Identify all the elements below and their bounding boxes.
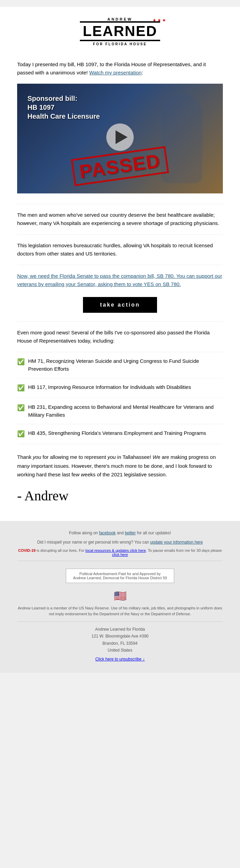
logo-subtitle: FOR FLORIDA HOUSE xyxy=(80,42,160,46)
divider-2 xyxy=(17,234,223,235)
body-paragraph-1: The men and women who've served our coun… xyxy=(17,211,223,227)
twitter-link[interactable]: twitter xyxy=(125,531,136,535)
pause-link[interactable]: click here xyxy=(112,552,128,557)
covid-label: COVID-19 xyxy=(18,548,36,552)
video-title: Sponsored bill: HB 1097 Health Care Lice… xyxy=(27,94,100,121)
check-icon-1: ✅ xyxy=(17,357,25,367)
reserve-note: Andrew Learned is a member of the US Nav… xyxy=(17,605,223,617)
bill-item-3: ✅ HB 231, Expanding access to Behavioral… xyxy=(17,403,223,419)
video-thumbnail[interactable]: Sponsored bill: HB 1097 Health Care Lice… xyxy=(17,84,223,193)
divider-bill-1 xyxy=(17,378,223,378)
header: ANDREW LEARNED ★ ★ ★ FOR FLORIDA HOUSE xyxy=(0,7,240,53)
disclaimer-line-1: Political Advertisement Paid for and App… xyxy=(73,572,167,576)
covid-resources-link[interactable]: local resources & updates click here xyxy=(85,548,146,552)
content-area: Today I presented my bill, HB 1097, to t… xyxy=(0,53,240,521)
senate-bill-link[interactable]: Now, we need the Florida Senate to pass … xyxy=(17,273,222,287)
disclaimer-box: Political Advertisement Paid for and App… xyxy=(66,569,174,583)
bill-item-4: ✅ HB 435, Strengthening Florida's Vetera… xyxy=(17,429,223,439)
footer-covid: COVID-19 is disrupting all our lives. Fo… xyxy=(17,548,223,557)
email-container: ANDREW LEARNED ★ ★ ★ FOR FLORIDA HOUSE T… xyxy=(0,7,240,673)
footer: Follow along on facebook and twitter for… xyxy=(0,521,240,673)
bill-item-1: ✅ HM 71, Recognizing Veteran Suicide and… xyxy=(17,357,223,373)
footer-divider-1 xyxy=(17,561,223,561)
intro-text-after: : xyxy=(142,70,143,75)
footer-info: Did I misspell your name or get personal… xyxy=(17,539,223,546)
address-name: Andrew Learned for Florida xyxy=(95,627,145,632)
unsubscribe-link[interactable]: Click here to unsubscribe ↓ xyxy=(17,657,223,662)
bill-text-2: HB 117, Improving Resource Information f… xyxy=(28,383,191,391)
divider-bill-2 xyxy=(17,398,223,398)
action-button-container: take action xyxy=(17,297,223,313)
logo: ANDREW LEARNED ★ ★ ★ FOR FLORIDA HOUSE xyxy=(80,17,160,46)
divider-5 xyxy=(17,352,223,352)
divider-3 xyxy=(17,265,223,265)
signature: - Andrew xyxy=(17,488,223,504)
cta-text: Now, we need the Florida Senate to pass … xyxy=(17,272,223,288)
bill-item-2: ✅ HB 117, Improving Resource Information… xyxy=(17,383,223,393)
flag-emoji: 🇺🇸 xyxy=(17,590,223,602)
address-country: United States xyxy=(108,648,132,653)
logo-andrew: ANDREW xyxy=(80,17,160,21)
divider-1 xyxy=(17,204,223,204)
address-line2: Brandon, FL 33594 xyxy=(103,641,137,646)
footer-address: Andrew Learned for Florida 121 W. Bloomi… xyxy=(17,626,223,654)
facebook-link[interactable]: facebook xyxy=(99,531,116,535)
bill-text-3: HB 231, Expanding access to Behavioral a… xyxy=(28,403,223,419)
footer-follow: Follow along on facebook and twitter for… xyxy=(17,530,223,537)
body-paragraph-2: This legislation removes bureaucratic hu… xyxy=(17,241,223,258)
divider-4 xyxy=(17,321,223,322)
body-paragraph-3: Even more good news! Several of the bill… xyxy=(17,329,223,345)
check-icon-2: ✅ xyxy=(17,383,25,393)
address-line1: 121 W. Bloomingdale Ave #390 xyxy=(92,634,149,639)
bills-list: ✅ HM 71, Recognizing Veteran Suicide and… xyxy=(17,357,223,439)
closing-paragraph: Thank you for allowing me to represent y… xyxy=(17,453,223,479)
footer-divider-2 xyxy=(17,621,223,622)
divider-bill-3 xyxy=(17,424,223,424)
bill-text-1: HM 71, Recognizing Veteran Suicide and U… xyxy=(28,357,223,373)
video-play-button[interactable] xyxy=(106,123,134,151)
logo-stars: ★ ★ ★ xyxy=(153,18,166,23)
disclaimer-line-2: Andrew Learned, Democrat for Florida Hou… xyxy=(73,576,167,580)
check-icon-4: ✅ xyxy=(17,429,25,439)
intro-paragraph: Today I presented my bill, HB 1097, to t… xyxy=(17,60,223,77)
take-action-button[interactable]: take action xyxy=(83,297,157,313)
play-icon xyxy=(116,130,128,144)
check-icon-3: ✅ xyxy=(17,403,25,413)
unsubscribe-anchor[interactable]: Click here to unsubscribe ↓ xyxy=(95,657,145,662)
bill-text-4: HB 435, Strengthening Florida's Veterans… xyxy=(28,429,206,437)
logo-learned: LEARNED xyxy=(80,21,160,41)
divider-6 xyxy=(17,444,223,444)
watch-presentation-link[interactable]: Watch my presentation xyxy=(89,70,142,75)
update-info-link[interactable]: update your information here xyxy=(150,540,203,545)
